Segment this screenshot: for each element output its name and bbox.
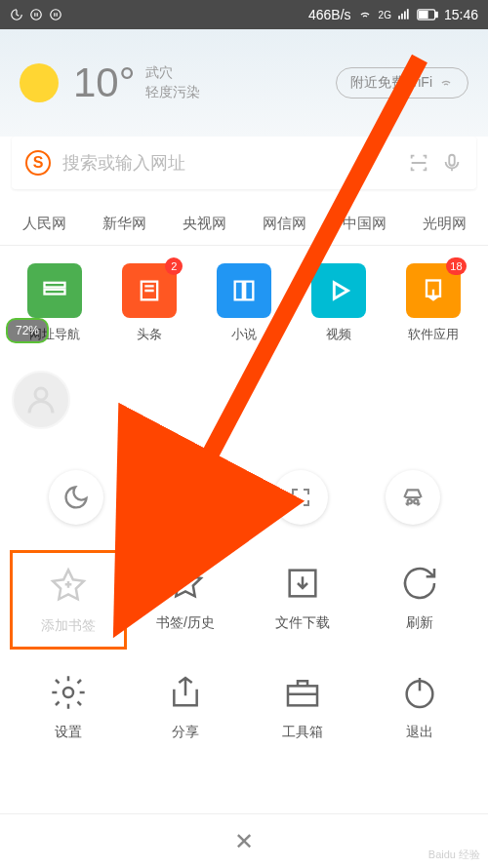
free-wifi-button[interactable]: 附近免费WiFi (336, 67, 468, 99)
svg-rect-5 (407, 9, 409, 20)
tab-china[interactable]: 中国网 (324, 203, 404, 245)
svg-rect-8 (419, 12, 427, 19)
search-bar[interactable]: S 搜索或输入网址 (12, 137, 476, 189)
signal-icon (397, 8, 411, 21)
star-icon (164, 562, 207, 605)
svg-rect-2 (398, 16, 400, 20)
no-image-button[interactable] (161, 470, 216, 525)
svg-rect-10 (45, 283, 65, 288)
software-icon: 18 (406, 263, 461, 318)
user-icon (23, 382, 59, 417)
tab-guangming[interactable]: 光明网 (404, 203, 484, 245)
power-icon (398, 671, 441, 714)
svg-rect-9 (449, 155, 455, 166)
city: 武穴 (145, 63, 200, 83)
app-novel[interactable]: 小说 (197, 263, 292, 343)
temperature: 10° (73, 59, 136, 106)
badge: 18 (446, 257, 466, 275)
network-speed: 466B/s (308, 7, 351, 22)
incognito-button[interactable] (386, 470, 440, 525)
menu-share[interactable]: 分享 (127, 659, 244, 753)
pause-icon (49, 8, 62, 21)
tab-renmin[interactable]: 人民网 (4, 203, 84, 245)
progress-badge: 72% (6, 318, 49, 343)
toolbox-icon (281, 671, 324, 714)
menu-overlay: 添加书签 书签/历史 文件下载 刷新 设置 分享 工具箱 退出 (0, 441, 488, 868)
search-placeholder: 搜索或输入网址 (62, 151, 396, 175)
tab-xinhua[interactable]: 新华网 (84, 203, 164, 245)
network-type: 2G (379, 10, 391, 20)
pause-icon (29, 8, 43, 21)
svg-rect-11 (45, 290, 65, 295)
update-icon (10, 8, 23, 21)
weather-panel[interactable]: 10° 武穴 轻度污染 附近免费WiFi (0, 29, 488, 137)
share-icon (164, 671, 207, 714)
battery-icon (417, 9, 438, 20)
app-grid: 网址导航 2 头条 小说 视频 18 软件应用 (0, 246, 488, 361)
weather-sun-icon (20, 63, 59, 102)
night-mode-button[interactable] (49, 470, 103, 525)
menu-settings[interactable]: 设置 (10, 659, 127, 753)
tab-cctv[interactable]: 央视网 (164, 203, 244, 245)
menu-add-bookmark[interactable]: 添加书签 (10, 550, 127, 650)
avatar-row (0, 361, 488, 439)
app-software[interactable]: 18 软件应用 (386, 263, 480, 343)
fullscreen-button[interactable] (273, 470, 328, 525)
svg-point-16 (407, 499, 411, 503)
wifi-icon (357, 8, 373, 21)
menu-refresh[interactable]: 刷新 (361, 550, 478, 650)
refresh-icon (398, 562, 441, 605)
quick-actions (0, 441, 488, 534)
star-plus-icon (47, 565, 90, 608)
toutiao-icon: 2 (122, 263, 177, 318)
svg-point-19 (63, 688, 73, 697)
tab-wangxin[interactable]: 网信网 (244, 203, 324, 245)
svg-rect-4 (404, 12, 406, 20)
app-toutiao[interactable]: 2 头条 (102, 263, 197, 343)
menu-downloads[interactable]: 文件下载 (244, 550, 361, 650)
sogou-logo-icon: S (25, 150, 51, 176)
close-menu-button[interactable]: ✕ (0, 813, 488, 868)
watermark: Baidu 经验 (428, 848, 480, 862)
clock: 15:46 (444, 7, 478, 22)
user-avatar[interactable] (12, 371, 70, 429)
news-tabs: 人民网 新华网 央视网 网信网 中国网 光明网 (0, 203, 488, 246)
svg-point-1 (51, 10, 61, 20)
svg-rect-3 (401, 14, 403, 20)
app-video[interactable]: 视频 (291, 263, 386, 343)
close-icon: ✕ (234, 828, 254, 855)
voice-icon[interactable] (441, 152, 463, 174)
gear-icon (47, 671, 90, 714)
menu-exit[interactable]: 退出 (361, 659, 478, 753)
qr-scan-icon[interactable] (408, 152, 429, 174)
novel-icon (217, 263, 271, 318)
svg-rect-7 (435, 12, 437, 17)
badge: 2 (165, 257, 183, 275)
svg-point-0 (31, 10, 42, 20)
menu-toolbox[interactable]: 工具箱 (244, 659, 361, 753)
svg-point-14 (35, 388, 47, 400)
download-icon (281, 562, 324, 605)
menu-bookmarks-history[interactable]: 书签/历史 (127, 550, 244, 650)
condition: 轻度污染 (145, 83, 200, 102)
wifi-icon (438, 76, 454, 90)
sitenav-icon (27, 263, 82, 318)
svg-point-17 (414, 499, 418, 503)
menu-grid: 添加书签 书签/历史 文件下载 刷新 设置 分享 工具箱 退出 (0, 534, 488, 769)
status-bar: 466B/s 2G 15:46 (0, 0, 488, 29)
video-icon (311, 263, 366, 318)
svg-rect-20 (288, 686, 317, 705)
